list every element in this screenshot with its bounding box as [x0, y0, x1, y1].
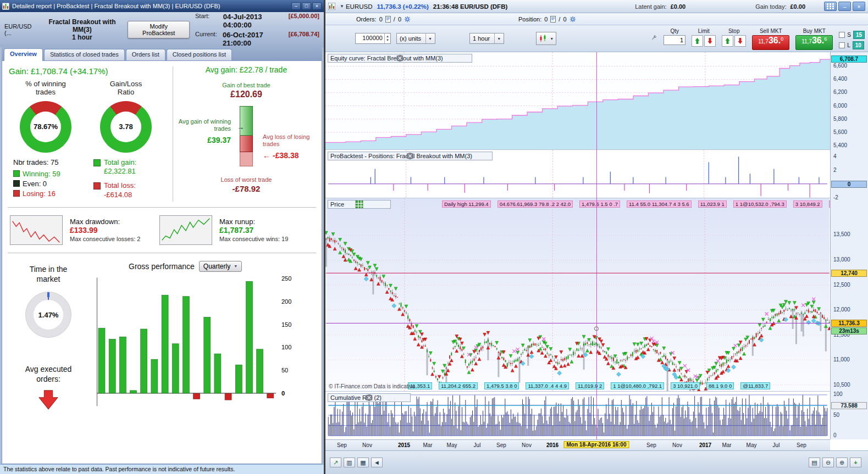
- modify-probacktest-button[interactable]: Modify ProBacktest: [128, 21, 190, 38]
- stop-checkbox[interactable]: [839, 32, 845, 38]
- orders-position-row: Orders: 0 / 0 Position: 0 / 0: [325, 13, 868, 25]
- orders-list-icon[interactable]: [385, 16, 391, 23]
- trade-legend: Winning: 59Even: 0Losing: 16: [13, 170, 86, 198]
- grid-icon[interactable]: [382, 201, 388, 208]
- time-axis-label: Nov: [362, 442, 372, 448]
- report-title: Detailed report | ProBacktest | Fractal …: [12, 3, 289, 9]
- units-select[interactable]: (x) units▼: [396, 33, 435, 44]
- avg-win-value: £39.37: [176, 136, 231, 145]
- chart-window: ▼EURUSD 11,736.3 (+0.22%) 21:36:48 EUR/U…: [325, 0, 868, 474]
- report-app-icon: [2, 3, 9, 10]
- gear-icon[interactable]: [570, 16, 576, 23]
- stop-sell-button[interactable]: [734, 35, 746, 47]
- rsi-panel[interactable]: Cumulative RSI (2): [325, 391, 830, 439]
- axis-tick: 5,600: [833, 129, 847, 135]
- timeframe-select[interactable]: 1 hour▼: [469, 33, 504, 44]
- position-count: 0: [544, 16, 548, 23]
- detach-icon[interactable]: ▤: [809, 458, 820, 467]
- symbol-selector[interactable]: ▼EURUSD: [340, 3, 372, 10]
- stop-distance-value[interactable]: 15: [853, 31, 865, 39]
- order-label: @11,833.7: [740, 382, 770, 389]
- minimize-button[interactable]: –: [838, 2, 851, 11]
- chart-area: Equity curve: Fractal Breakout with MM(3…: [325, 52, 868, 474]
- period-select[interactable]: Quarterly▼: [199, 261, 242, 272]
- stop-buy-button[interactable]: [722, 35, 733, 47]
- tab-overview[interactable]: Overview: [4, 48, 43, 61]
- worst-trade-label: Loss of worst trade: [174, 176, 318, 183]
- grid-icon: [827, 3, 834, 9]
- data-table-icon[interactable]: ▦: [357, 458, 369, 467]
- close-icon[interactable]: [463, 55, 469, 62]
- zoom-in-icon[interactable]: ⊕: [836, 458, 848, 467]
- limit-buy-button[interactable]: [692, 35, 703, 47]
- equity-curve-panel[interactable]: Equity curve: Fractal Breakout with MM(3…: [325, 52, 830, 149]
- gain-today-value: £0.00: [790, 3, 805, 10]
- orders-count: 0: [379, 16, 383, 23]
- position-list-icon[interactable]: [550, 16, 556, 23]
- time-axis-label: Nov: [672, 442, 682, 448]
- quantity-stepper[interactable]: 100000 ▲▼: [355, 33, 391, 44]
- step-up-icon[interactable]: ▲: [385, 35, 390, 38]
- avg-gain-per-trade: Avg gain: £22.78 / trade: [174, 65, 318, 74]
- tab-statistics-of-closed-trades[interactable]: Statistics of closed trades: [44, 49, 125, 60]
- divider: [8, 207, 316, 208]
- position-label: 74.5 3.1 9 3: [829, 200, 830, 208]
- time-axis-label: Jul: [474, 442, 481, 448]
- price-alert-tag: 12,740: [831, 270, 867, 277]
- close-button[interactable]: ×: [312, 2, 322, 10]
- close-button[interactable]: ×: [853, 2, 865, 11]
- layout-grid-button[interactable]: [824, 2, 837, 11]
- best-trade-label: Gain of best trade: [174, 82, 318, 88]
- order-labels-row: 11,353.111,204.2 655.21,479.5 3.8 011,33…: [408, 382, 830, 389]
- limit-sell-button[interactable]: [704, 35, 716, 47]
- axis-tick: 10,500: [833, 382, 850, 388]
- export-icon[interactable]: ↗: [330, 458, 341, 467]
- order-qty-input[interactable]: [664, 35, 685, 45]
- svg-text:200: 200: [281, 298, 291, 305]
- disclaimer-footer: The statistics above relate to past data…: [0, 464, 324, 474]
- positions-panel[interactable]: ProBacktest - Positions: Fractal Breakou…: [325, 149, 830, 198]
- step-down-icon[interactable]: ▼: [385, 38, 390, 42]
- avg-win-annotation: Avg gain of winning trades→ £39.37: [176, 118, 231, 145]
- buy-arrow-icon: [694, 37, 701, 44]
- chevron-down-icon: ▼: [550, 37, 554, 41]
- position-label: 04.676.61,969.3 79.8 .2 2 42.0: [497, 200, 573, 208]
- time-axis-label: 2017: [699, 442, 711, 448]
- close-icon[interactable]: [401, 394, 408, 401]
- time-axis[interactable]: SepNov2015MarMayJulSepNov2016SepNov2017M…: [325, 439, 830, 450]
- order-label: 3 10,921.0: [671, 382, 700, 389]
- positions-zero-tag: 0: [831, 181, 867, 188]
- settings-wrench-icon[interactable]: [651, 35, 657, 41]
- tab-closed-positions-list[interactable]: Closed positions list: [167, 49, 232, 60]
- chart-titlebar[interactable]: ▼EURUSD 11,736.3 (+0.22%) 21:36:48 EUR/U…: [325, 0, 868, 13]
- close-icon[interactable]: [483, 153, 490, 159]
- report-header: EUR/USD (... Fractal Breakout with MM(3)…: [0, 12, 324, 47]
- max-drawdown-block: Max drawdown: £133.99 Max consecutive lo…: [70, 218, 152, 242]
- time-axis-label: Sep: [646, 442, 656, 448]
- price-panel[interactable]: Price Daily high 11,299.404.676.61,969.3…: [325, 198, 830, 391]
- buy-mkt-button[interactable]: 11,736.6: [795, 35, 833, 50]
- limit-checkbox[interactable]: [839, 42, 845, 48]
- axis-tick: 6,400: [833, 76, 847, 82]
- limit-distance-value[interactable]: 10: [853, 41, 864, 49]
- price-axis[interactable]: 6,6006,4006,2006,0005,8005,6005,4006,708…: [830, 52, 868, 439]
- chart-type-button[interactable]: ▼: [536, 32, 556, 45]
- report-titlebar[interactable]: Detailed report | ProBacktest | Fractal …: [0, 0, 324, 12]
- tab-orders-list[interactable]: Orders list: [126, 49, 165, 60]
- add-icon[interactable]: +: [850, 458, 861, 467]
- maximize-button[interactable]: □: [302, 2, 311, 10]
- minimize-button[interactable]: –: [291, 2, 301, 10]
- runup-sparkline: [159, 215, 212, 245]
- scroll-left-icon[interactable]: ◄: [371, 458, 383, 467]
- axis-tick: 12,500: [833, 282, 850, 288]
- time-axis-label: Nov: [522, 442, 532, 448]
- bar-spacing-icon[interactable]: ▥: [344, 458, 355, 467]
- strategy-timeframe: 1 hour: [42, 34, 122, 41]
- axis-tick: 12,000: [833, 306, 850, 313]
- time-axis-label: 2015: [398, 442, 410, 448]
- zoom-out-icon[interactable]: ⊖: [822, 458, 834, 467]
- order-label: 11,337.0 .4 4 4.9: [526, 382, 569, 389]
- equity-panel-header: Equity curve: Fractal Breakout with MM(3…: [328, 54, 472, 63]
- gear-icon[interactable]: [404, 16, 411, 23]
- sell-mkt-button[interactable]: 11,736.0: [752, 35, 789, 50]
